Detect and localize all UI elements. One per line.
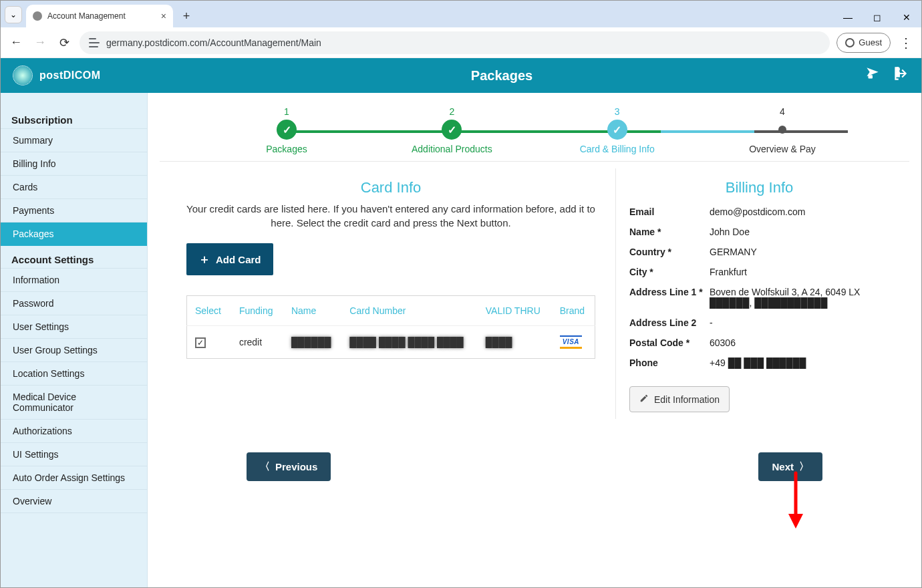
sidebar-item-medical-device-communicator[interactable]: Medical Device Communicator	[1, 386, 147, 420]
chevron-left-icon: 〈	[260, 460, 270, 473]
billing-key-addr2: Address Line 2	[629, 317, 710, 328]
cell-funding: credit	[231, 326, 283, 359]
stepper: 1 ✓ Packages 2 ✓ Additional Products 3 ✓…	[160, 93, 909, 162]
address-bar: ← → ⟳ germany.postdicom.com/AccountManag…	[1, 27, 921, 58]
cell-name: ██████	[283, 326, 341, 359]
svg-marker-3	[788, 514, 803, 529]
url-text: germany.postdicom.com/AccountManagement/…	[106, 37, 321, 48]
check-icon: ✓	[277, 120, 297, 140]
sidebar-section-subscription: Subscription	[1, 106, 147, 129]
billing-key-postal: Postal Code *	[629, 337, 710, 348]
billing-info-title: Billing Info	[629, 179, 889, 196]
maximize-button[interactable]: ◻	[863, 7, 892, 27]
cell-valid-thru: ████	[478, 326, 552, 359]
pencil-icon	[639, 394, 649, 405]
table-row[interactable]: ✓ credit ██████ ████ ████ ████ ████ ████…	[187, 326, 595, 359]
close-window-button[interactable]: ✕	[892, 7, 921, 27]
sidebar-item-auto-order-assign-settings[interactable]: Auto Order Assign Settings	[1, 466, 147, 490]
previous-button[interactable]: 〈 Previous	[247, 452, 331, 481]
billing-val-name: John Doe	[710, 227, 889, 237]
brand[interactable]: postDICOM	[13, 65, 140, 86]
sidebar-item-user-group-settings[interactable]: User Group Settings	[1, 339, 147, 362]
site-settings-icon[interactable]	[89, 38, 100, 47]
sidebar-item-packages[interactable]: Packages	[1, 223, 147, 246]
logo-icon	[13, 65, 33, 86]
sidebar-item-ui-settings[interactable]: UI Settings	[1, 443, 147, 466]
exit-icon[interactable]	[892, 65, 909, 86]
edit-information-button[interactable]: Edit Information	[629, 386, 730, 412]
sidebar-section-account-settings: Account Settings	[1, 246, 147, 269]
select-card-checkbox[interactable]: ✓	[195, 337, 206, 348]
tab-title: Account Management	[47, 11, 126, 21]
billing-key-email: Email	[629, 206, 710, 217]
card-table: Select Funding Name Card Number VALID TH…	[186, 295, 595, 359]
brand-name: postDICOM	[39, 69, 101, 82]
svg-rect-0	[869, 75, 873, 78]
col-valid-thru: VALID THRU	[478, 296, 552, 326]
sidebar-item-information[interactable]: Information	[1, 269, 147, 292]
billing-info-section: Billing Info Emaildemo@postdicom.com Nam…	[615, 168, 909, 419]
favicon-icon	[33, 11, 42, 21]
browser-tab[interactable]: Account Management ×	[26, 5, 173, 27]
app-header: postDICOM Packages	[1, 58, 921, 93]
col-card-number: Card Number	[341, 296, 477, 326]
new-tab-button[interactable]: +	[177, 7, 196, 25]
card-info-desc: Your credit cards are listed here. If yo…	[186, 202, 595, 230]
add-card-label: Add Card	[216, 254, 261, 265]
sidebar-item-authorizations[interactable]: Authorizations	[1, 420, 147, 443]
billing-val-country: GERMANY	[710, 247, 889, 257]
browser-chrome: ⌄ Account Management × + — ◻ ✕ ← → ⟳ ger…	[1, 1, 921, 58]
payments-icon[interactable]	[864, 65, 881, 86]
billing-key-city: City *	[629, 267, 710, 277]
sidebar-item-location-settings[interactable]: Location Settings	[1, 362, 147, 386]
red-arrow-annotation	[786, 470, 806, 532]
plus-icon: ＋	[198, 251, 210, 267]
sidebar-item-payments[interactable]: Payments	[1, 199, 147, 223]
back-button[interactable]: ←	[7, 34, 25, 51]
billing-val-postal: 60306	[710, 337, 889, 348]
page-title: Packages	[140, 68, 864, 84]
guest-label: Guest	[859, 37, 882, 47]
reload-button[interactable]: ⟳	[55, 34, 73, 51]
minimize-button[interactable]: —	[833, 7, 863, 27]
cell-card-number: ████ ████ ████ ████	[341, 326, 477, 359]
step-overview-pay[interactable]: 4 Overview & Pay	[729, 106, 836, 154]
billing-val-phone: +49 ██ ███ ██████	[710, 357, 889, 368]
step-packages[interactable]: 1 ✓ Packages	[233, 106, 340, 154]
sidebar: Subscription Summary Billing Info Cards …	[1, 93, 148, 588]
sidebar-item-billing-info[interactable]: Billing Info	[1, 152, 147, 176]
card-info-section: Card Info Your credit cards are listed h…	[160, 168, 615, 419]
billing-val-email: demo@postdicom.com	[710, 206, 889, 217]
col-brand: Brand	[552, 296, 595, 326]
sidebar-item-password[interactable]: Password	[1, 292, 147, 315]
tab-search-button[interactable]: ⌄	[5, 6, 22, 23]
url-field[interactable]: germany.postdicom.com/AccountManagement/…	[80, 31, 830, 54]
col-select: Select	[187, 296, 231, 326]
browser-menu-button[interactable]: ⋮	[897, 35, 915, 51]
person-icon	[845, 38, 855, 47]
guest-profile-button[interactable]: Guest	[836, 33, 891, 53]
col-funding: Funding	[231, 296, 283, 326]
content-area: 1 ✓ Packages 2 ✓ Additional Products 3 ✓…	[148, 93, 921, 588]
billing-key-country: Country *	[629, 247, 710, 257]
step-card-billing[interactable]: 3 ✓ Card & Billing Info	[564, 106, 671, 154]
billing-key-phone: Phone	[629, 357, 710, 368]
billing-key-name: Name *	[629, 227, 710, 237]
close-tab-icon[interactable]: ×	[161, 11, 166, 21]
visa-icon: VISA	[560, 335, 582, 349]
billing-key-addr1: Address Line 1 *	[629, 287, 710, 308]
dot-icon	[778, 126, 786, 134]
window-controls: — ◻ ✕	[833, 7, 921, 27]
step-additional-products[interactable]: 2 ✓ Additional Products	[398, 106, 505, 154]
billing-val-addr2: -	[710, 317, 889, 328]
sidebar-item-cards[interactable]: Cards	[1, 176, 147, 199]
sidebar-item-summary[interactable]: Summary	[1, 129, 147, 152]
forward-button[interactable]: →	[31, 34, 49, 51]
billing-val-city: Frankfurt	[710, 267, 889, 277]
check-icon: ✓	[442, 120, 462, 140]
card-info-title: Card Info	[186, 179, 595, 196]
billing-val-addr1: Boven de Wolfskuil 3, A 24, 6049 LX ████…	[710, 287, 889, 308]
sidebar-item-user-settings[interactable]: User Settings	[1, 315, 147, 339]
sidebar-item-overview[interactable]: Overview	[1, 490, 147, 513]
add-card-button[interactable]: ＋ Add Card	[186, 243, 273, 275]
